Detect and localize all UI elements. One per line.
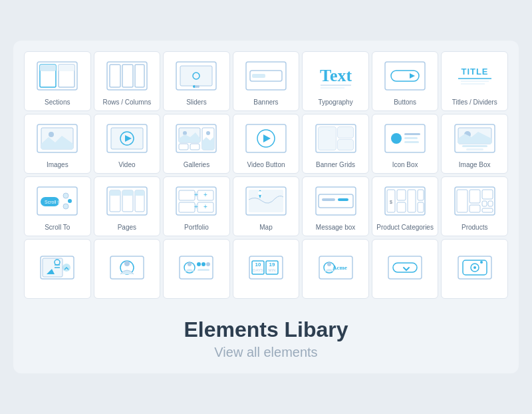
sliders-icon xyxy=(166,56,227,95)
library-subtitle[interactable]: View all elements xyxy=(184,345,348,360)
widget4-icon: 10 DAYS 19 MIN xyxy=(236,244,297,292)
typography-icon: Text xyxy=(305,56,366,95)
svg-point-52 xyxy=(391,133,402,144)
products-icon xyxy=(444,181,505,220)
icon-box-icon xyxy=(375,118,436,158)
svg-rect-54 xyxy=(404,137,418,139)
svg-point-29 xyxy=(49,132,54,137)
cell-galleries[interactable]: Galleries xyxy=(163,114,230,174)
cell-portfolio[interactable]: + + + + Portfolio xyxy=(163,176,230,236)
galleries-icon xyxy=(166,118,227,158)
cell-widget2[interactable] xyxy=(94,239,161,299)
cell-products[interactable]: Products xyxy=(441,176,508,236)
map-icon xyxy=(236,181,297,220)
cell-images[interactable]: Images xyxy=(24,114,91,174)
svg-rect-88 xyxy=(322,198,335,201)
svg-rect-59 xyxy=(462,145,487,147)
svg-rect-94 xyxy=(397,202,406,212)
svg-rect-71 xyxy=(110,190,120,196)
svg-point-64 xyxy=(63,193,68,198)
svg-rect-93 xyxy=(397,190,406,200)
svg-rect-134 xyxy=(393,263,417,272)
cell-image-box[interactable]: Image Box xyxy=(441,114,508,174)
svg-rect-73 xyxy=(135,190,144,196)
svg-rect-121 xyxy=(198,269,209,271)
svg-rect-95 xyxy=(408,190,416,212)
svg-point-65 xyxy=(68,199,72,203)
images-icon xyxy=(27,118,88,158)
product-categories-label: Product Categories xyxy=(376,223,434,232)
cell-typography[interactable]: Text Typography xyxy=(302,51,369,111)
svg-rect-105 xyxy=(482,208,493,212)
banner-grids-icon xyxy=(305,118,366,158)
svg-rect-75 xyxy=(179,190,195,200)
product-categories-icon: $ xyxy=(375,181,436,220)
widget5-icon: Acme xyxy=(305,244,366,292)
cell-banners[interactable]: Banners xyxy=(233,51,300,111)
widget3-icon xyxy=(166,244,227,292)
cell-scroll-to[interactable]: Scroll to Scroll To xyxy=(24,176,91,236)
svg-point-119 xyxy=(201,262,205,266)
svg-text:10: 10 xyxy=(255,262,261,268)
svg-text:+: + xyxy=(204,203,208,210)
cell-widget7[interactable] xyxy=(441,239,508,299)
message-box-label: Message box xyxy=(316,223,355,232)
svg-rect-53 xyxy=(404,133,420,135)
portfolio-label: Portfolio xyxy=(184,223,209,232)
images-label: Images xyxy=(47,160,68,169)
svg-rect-102 xyxy=(482,190,493,199)
svg-text:Text: Text xyxy=(319,66,351,85)
video-button-label: Video Button xyxy=(247,160,285,169)
cell-video-button[interactable]: Video Button xyxy=(233,114,300,174)
elements-library-container: Sections Rows / Columns xyxy=(13,41,519,373)
svg-rect-86 xyxy=(316,187,356,215)
cell-pages[interactable]: Pages xyxy=(94,176,161,236)
banner-grids-label: Banner Grids xyxy=(316,160,355,169)
svg-rect-89 xyxy=(338,198,348,201)
buttons-icon xyxy=(375,56,436,95)
video-icon xyxy=(97,118,158,158)
svg-point-120 xyxy=(206,262,210,266)
cell-widget3[interactable] xyxy=(163,239,230,299)
svg-rect-97 xyxy=(418,202,424,212)
banners-icon xyxy=(236,56,297,95)
banners-label: Banners xyxy=(253,98,278,106)
svg-rect-103 xyxy=(482,201,487,206)
titles-dividers-label: Titles / Dividers xyxy=(452,98,497,106)
cell-widget1[interactable] xyxy=(24,239,91,299)
widget6-icon xyxy=(375,244,436,292)
rows-columns-label: Rows / Columns xyxy=(102,98,151,106)
cell-icon-box[interactable]: Icon Box xyxy=(372,114,439,174)
svg-text:19: 19 xyxy=(269,262,275,268)
svg-rect-84 xyxy=(249,190,283,212)
cell-titles-dividers[interactable]: TITLE Titles / Dividers xyxy=(441,51,508,111)
svg-rect-99 xyxy=(457,190,467,212)
cell-buttons[interactable]: Buttons xyxy=(372,51,439,111)
svg-text:DAYS: DAYS xyxy=(253,268,263,272)
scroll-to-icon: Scroll to xyxy=(27,181,88,220)
pages-label: Pages xyxy=(118,223,136,232)
cell-widget5[interactable]: Acme xyxy=(302,239,369,299)
widget2-icon xyxy=(97,244,158,292)
cell-product-categories[interactable]: $ Product Categories xyxy=(372,176,439,236)
library-title: Elements Libary xyxy=(184,317,348,342)
svg-rect-49 xyxy=(338,127,353,138)
typography-label: Typography xyxy=(318,98,352,106)
svg-text:TITLE: TITLE xyxy=(461,67,488,77)
cell-widget4[interactable]: 10 DAYS 19 MIN xyxy=(233,239,300,299)
cell-widget6[interactable] xyxy=(372,239,439,299)
cell-rows-columns[interactable]: Rows / Columns xyxy=(94,51,161,111)
svg-point-85 xyxy=(258,191,262,195)
video-button-icon xyxy=(236,118,297,158)
svg-rect-55 xyxy=(404,141,419,143)
cell-video[interactable]: Video xyxy=(94,114,161,174)
cell-map[interactable]: Map xyxy=(233,176,300,236)
svg-rect-48 xyxy=(319,127,336,150)
svg-rect-96 xyxy=(418,190,424,200)
cell-sliders[interactable]: Sliders xyxy=(163,51,230,111)
cell-message-box[interactable]: Message box xyxy=(302,176,369,236)
cell-banner-grids[interactable]: Banner Grids xyxy=(302,114,369,174)
svg-text:MIN: MIN xyxy=(268,268,275,272)
cell-sections[interactable]: Sections xyxy=(24,51,91,111)
svg-point-66 xyxy=(63,204,68,209)
